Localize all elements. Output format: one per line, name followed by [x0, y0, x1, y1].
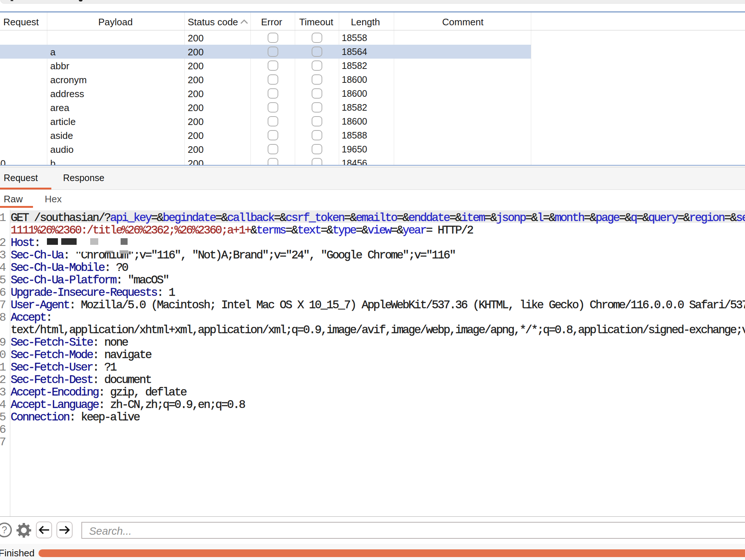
svg-text:?: ? [1, 524, 7, 535]
